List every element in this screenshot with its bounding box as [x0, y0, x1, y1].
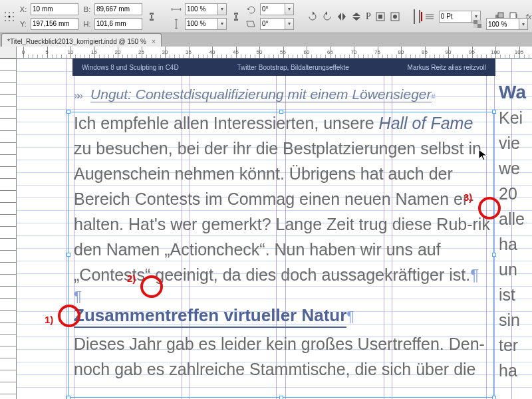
adjacent-column-preview: Wa Keiviewe20allehaunistsinterha — [499, 80, 532, 383]
opacity-dropdown[interactable]: ▾ — [519, 18, 528, 30]
annotation-label-1: 1) — [45, 314, 53, 325]
document-tab[interactable]: *Titel_Rueckblick2013_korrigiert.indd @ … — [1, 33, 162, 47]
svg-rect-10 — [235, 15, 237, 19]
svg-point-14 — [393, 15, 397, 19]
rotate-icon — [245, 3, 257, 15]
shear-icon — [245, 18, 257, 30]
kicker-text: Ungut: Contestdisqualifizierung mit eine… — [90, 86, 431, 102]
pilcrow-icon: # — [432, 92, 436, 100]
w-field[interactable] — [94, 3, 142, 15]
y-label: Y: — [19, 20, 28, 28]
opacity-icon — [471, 18, 483, 30]
constrain-scale-icon[interactable] — [231, 11, 241, 23]
shear-dropdown[interactable]: ▾ — [285, 18, 294, 30]
annotation-label-2: 2) — [127, 273, 136, 284]
annotation-circle-2 — [140, 275, 163, 298]
svg-rect-20 — [473, 20, 477, 24]
shear-field[interactable] — [260, 18, 285, 30]
side-heading: Wa — [499, 80, 532, 105]
svg-point-1 — [9, 12, 10, 13]
rotate-field[interactable] — [260, 3, 285, 15]
text-frame-selection[interactable] — [68, 112, 494, 398]
svg-point-8 — [13, 20, 14, 21]
mouse-cursor-icon — [478, 149, 487, 161]
resize-handle[interactable] — [492, 396, 496, 399]
select-container-icon[interactable] — [375, 11, 386, 23]
constrain-wh-icon[interactable] — [146, 11, 157, 23]
resize-handle[interactable] — [279, 110, 283, 114]
scale-x-dropdown[interactable]: ▾ — [218, 3, 227, 15]
select-content-icon[interactable] — [390, 11, 400, 23]
svg-rect-12 — [378, 15, 382, 19]
stroke-swatch[interactable] — [419, 10, 420, 23]
control-panel: X: Y: B: H: ▾ ▾ ▾ — [0, 0, 532, 33]
annotation-circle-1 — [58, 305, 80, 327]
svg-point-7 — [9, 20, 10, 21]
scale-y-dropdown[interactable]: ▾ — [218, 18, 227, 30]
svg-rect-16 — [498, 13, 503, 18]
rotate-cw-icon[interactable] — [307, 11, 318, 23]
rotate-dropdown[interactable]: ▾ — [285, 3, 294, 15]
w-label: B: — [82, 5, 92, 13]
x-field[interactable] — [31, 3, 78, 15]
svg-point-0 — [5, 12, 6, 13]
header-left: Windows 8 und Sculpting in C4D — [82, 64, 179, 71]
fill-swatch[interactable] — [414, 9, 415, 24]
document-tab-title: *Titel_Rueckblick2013_korrigiert.indd @ … — [7, 38, 146, 45]
flip-h-icon[interactable] — [336, 11, 347, 23]
y-field[interactable] — [31, 18, 78, 30]
svg-point-2 — [13, 12, 14, 13]
horizontal-ruler[interactable]: 0510152025303540455055606570758085909510… — [17, 47, 532, 59]
header-center: Twitter Bootstrap, Bildalterungseffekte — [237, 64, 349, 71]
resize-handle[interactable] — [66, 253, 70, 257]
scale-x-icon — [170, 3, 182, 15]
resize-handle[interactable] — [66, 396, 70, 399]
svg-point-4 — [9, 15, 11, 17]
resize-handle[interactable] — [66, 110, 70, 114]
h-field[interactable] — [94, 18, 142, 30]
x-label: X: — [19, 5, 28, 13]
stroke-weight-icon — [424, 11, 435, 23]
quote-chevrons-icon: »» — [74, 90, 86, 102]
scale-x-field[interactable] — [185, 3, 218, 15]
annotation-label-3: 3) — [464, 192, 472, 203]
reference-point-icon[interactable] — [4, 11, 15, 23]
resize-handle[interactable] — [279, 396, 283, 399]
svg-rect-9 — [151, 15, 152, 19]
svg-point-5 — [13, 16, 14, 17]
document-tab-bar: *Titel_Rueckblick2013_korrigiert.indd @ … — [0, 33, 532, 47]
stroke-weight-field[interactable] — [439, 11, 472, 23]
ruler-origin[interactable] — [0, 47, 17, 59]
resize-handle[interactable] — [492, 253, 496, 257]
svg-rect-21 — [477, 24, 481, 28]
rotate-ccw-icon[interactable] — [322, 11, 332, 23]
vertical-ruler[interactable] — [0, 59, 17, 399]
resize-handle[interactable] — [492, 110, 496, 114]
svg-point-6 — [5, 20, 6, 21]
header-right: Markus Reitz alias reitzvoll — [408, 64, 486, 71]
document-page[interactable]: Windows 8 und Sculpting in C4D Twitter B… — [17, 59, 532, 399]
opacity-field[interactable] — [486, 18, 519, 30]
paragraph-icon[interactable]: P — [366, 11, 371, 23]
flip-v-icon[interactable] — [351, 11, 362, 23]
page-header-bar: Windows 8 und Sculpting in C4D Twitter B… — [72, 59, 495, 76]
annotation-circle-3 — [478, 197, 501, 219]
svg-point-3 — [5, 16, 6, 17]
close-tab-icon[interactable]: × — [152, 37, 156, 45]
scale-y-icon — [170, 18, 182, 30]
h-label: H: — [82, 20, 92, 28]
scale-y-field[interactable] — [185, 18, 218, 30]
